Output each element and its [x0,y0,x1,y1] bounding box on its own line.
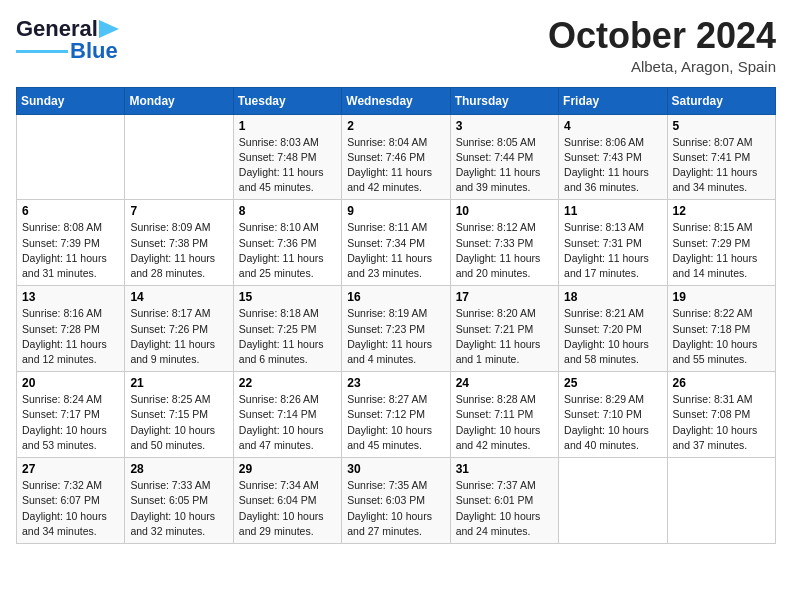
day-detail: Sunrise: 8:20 AMSunset: 7:21 PMDaylight:… [456,307,541,365]
day-detail: Sunrise: 8:18 AMSunset: 7:25 PMDaylight:… [239,307,324,365]
day-detail: Sunrise: 7:35 AMSunset: 6:03 PMDaylight:… [347,479,432,537]
day-detail: Sunrise: 8:26 AMSunset: 7:14 PMDaylight:… [239,393,324,451]
day-number: 20 [22,376,119,390]
day-detail: Sunrise: 8:10 AMSunset: 7:36 PMDaylight:… [239,221,324,279]
calendar-cell: 16Sunrise: 8:19 AMSunset: 7:23 PMDayligh… [342,286,450,372]
day-detail: Sunrise: 7:32 AMSunset: 6:07 PMDaylight:… [22,479,107,537]
day-detail: Sunrise: 7:37 AMSunset: 6:01 PMDaylight:… [456,479,541,537]
calendar-cell [125,114,233,200]
day-header-sunday: Sunday [17,87,125,114]
day-detail: Sunrise: 8:15 AMSunset: 7:29 PMDaylight:… [673,221,758,279]
day-header-thursday: Thursday [450,87,558,114]
day-detail: Sunrise: 8:22 AMSunset: 7:18 PMDaylight:… [673,307,758,365]
calendar-cell [17,114,125,200]
day-number: 24 [456,376,553,390]
day-header-wednesday: Wednesday [342,87,450,114]
day-detail: Sunrise: 8:12 AMSunset: 7:33 PMDaylight:… [456,221,541,279]
calendar-cell: 5Sunrise: 8:07 AMSunset: 7:41 PMDaylight… [667,114,775,200]
day-detail: Sunrise: 8:29 AMSunset: 7:10 PMDaylight:… [564,393,649,451]
day-number: 3 [456,119,553,133]
day-number: 6 [22,204,119,218]
day-number: 21 [130,376,227,390]
calendar-cell [667,458,775,544]
day-number: 5 [673,119,770,133]
calendar-cell: 12Sunrise: 8:15 AMSunset: 7:29 PMDayligh… [667,200,775,286]
day-number: 22 [239,376,336,390]
calendar-cell: 13Sunrise: 8:16 AMSunset: 7:28 PMDayligh… [17,286,125,372]
day-number: 29 [239,462,336,476]
day-detail: Sunrise: 8:17 AMSunset: 7:26 PMDaylight:… [130,307,215,365]
day-header-monday: Monday [125,87,233,114]
calendar-week-row: 1Sunrise: 8:03 AMSunset: 7:48 PMDaylight… [17,114,776,200]
calendar-body: 1Sunrise: 8:03 AMSunset: 7:48 PMDaylight… [17,114,776,543]
calendar-cell: 3Sunrise: 8:05 AMSunset: 7:44 PMDaylight… [450,114,558,200]
day-detail: Sunrise: 7:34 AMSunset: 6:04 PMDaylight:… [239,479,324,537]
calendar-cell: 20Sunrise: 8:24 AMSunset: 7:17 PMDayligh… [17,372,125,458]
calendar-cell: 26Sunrise: 8:31 AMSunset: 7:08 PMDayligh… [667,372,775,458]
calendar-cell: 10Sunrise: 8:12 AMSunset: 7:33 PMDayligh… [450,200,558,286]
day-detail: Sunrise: 8:21 AMSunset: 7:20 PMDaylight:… [564,307,649,365]
day-number: 1 [239,119,336,133]
calendar-week-row: 27Sunrise: 7:32 AMSunset: 6:07 PMDayligh… [17,458,776,544]
day-number: 26 [673,376,770,390]
page-header: General Blue October 2024 Albeta, Aragon… [16,16,776,75]
logo-arrow-icon [99,20,119,38]
day-number: 19 [673,290,770,304]
calendar-cell: 6Sunrise: 8:08 AMSunset: 7:39 PMDaylight… [17,200,125,286]
calendar-cell: 24Sunrise: 8:28 AMSunset: 7:11 PMDayligh… [450,372,558,458]
day-number: 4 [564,119,661,133]
day-number: 7 [130,204,227,218]
day-detail: Sunrise: 8:08 AMSunset: 7:39 PMDaylight:… [22,221,107,279]
day-detail: Sunrise: 8:16 AMSunset: 7:28 PMDaylight:… [22,307,107,365]
day-number: 23 [347,376,444,390]
calendar-week-row: 13Sunrise: 8:16 AMSunset: 7:28 PMDayligh… [17,286,776,372]
calendar-cell: 15Sunrise: 8:18 AMSunset: 7:25 PMDayligh… [233,286,341,372]
calendar-cell: 19Sunrise: 8:22 AMSunset: 7:18 PMDayligh… [667,286,775,372]
day-number: 14 [130,290,227,304]
day-number: 27 [22,462,119,476]
calendar-cell: 14Sunrise: 8:17 AMSunset: 7:26 PMDayligh… [125,286,233,372]
day-number: 9 [347,204,444,218]
calendar-cell: 29Sunrise: 7:34 AMSunset: 6:04 PMDayligh… [233,458,341,544]
calendar-week-row: 20Sunrise: 8:24 AMSunset: 7:17 PMDayligh… [17,372,776,458]
day-detail: Sunrise: 8:19 AMSunset: 7:23 PMDaylight:… [347,307,432,365]
calendar-cell: 4Sunrise: 8:06 AMSunset: 7:43 PMDaylight… [559,114,667,200]
day-header-tuesday: Tuesday [233,87,341,114]
calendar-cell: 23Sunrise: 8:27 AMSunset: 7:12 PMDayligh… [342,372,450,458]
day-detail: Sunrise: 7:33 AMSunset: 6:05 PMDaylight:… [130,479,215,537]
day-detail: Sunrise: 8:09 AMSunset: 7:38 PMDaylight:… [130,221,215,279]
calendar-cell: 1Sunrise: 8:03 AMSunset: 7:48 PMDaylight… [233,114,341,200]
svg-marker-0 [99,20,119,38]
calendar-cell: 7Sunrise: 8:09 AMSunset: 7:38 PMDaylight… [125,200,233,286]
day-detail: Sunrise: 8:11 AMSunset: 7:34 PMDaylight:… [347,221,432,279]
calendar-cell: 21Sunrise: 8:25 AMSunset: 7:15 PMDayligh… [125,372,233,458]
logo: General Blue [16,16,119,64]
calendar-cell: 30Sunrise: 7:35 AMSunset: 6:03 PMDayligh… [342,458,450,544]
day-detail: Sunrise: 8:27 AMSunset: 7:12 PMDaylight:… [347,393,432,451]
day-number: 25 [564,376,661,390]
calendar-header-row: SundayMondayTuesdayWednesdayThursdayFrid… [17,87,776,114]
calendar-cell: 27Sunrise: 7:32 AMSunset: 6:07 PMDayligh… [17,458,125,544]
day-number: 31 [456,462,553,476]
day-detail: Sunrise: 8:07 AMSunset: 7:41 PMDaylight:… [673,136,758,194]
calendar-cell: 9Sunrise: 8:11 AMSunset: 7:34 PMDaylight… [342,200,450,286]
day-number: 17 [456,290,553,304]
day-number: 15 [239,290,336,304]
logo-blue: Blue [70,38,118,64]
month-title: October 2024 [548,16,776,56]
calendar-cell: 18Sunrise: 8:21 AMSunset: 7:20 PMDayligh… [559,286,667,372]
calendar-cell: 11Sunrise: 8:13 AMSunset: 7:31 PMDayligh… [559,200,667,286]
day-detail: Sunrise: 8:25 AMSunset: 7:15 PMDaylight:… [130,393,215,451]
day-detail: Sunrise: 8:04 AMSunset: 7:46 PMDaylight:… [347,136,432,194]
day-detail: Sunrise: 8:05 AMSunset: 7:44 PMDaylight:… [456,136,541,194]
day-number: 10 [456,204,553,218]
location: Albeta, Aragon, Spain [548,58,776,75]
calendar-table: SundayMondayTuesdayWednesdayThursdayFrid… [16,87,776,544]
day-detail: Sunrise: 8:28 AMSunset: 7:11 PMDaylight:… [456,393,541,451]
day-number: 18 [564,290,661,304]
calendar-cell: 31Sunrise: 7:37 AMSunset: 6:01 PMDayligh… [450,458,558,544]
day-number: 11 [564,204,661,218]
calendar-cell [559,458,667,544]
calendar-cell: 8Sunrise: 8:10 AMSunset: 7:36 PMDaylight… [233,200,341,286]
calendar-cell: 2Sunrise: 8:04 AMSunset: 7:46 PMDaylight… [342,114,450,200]
